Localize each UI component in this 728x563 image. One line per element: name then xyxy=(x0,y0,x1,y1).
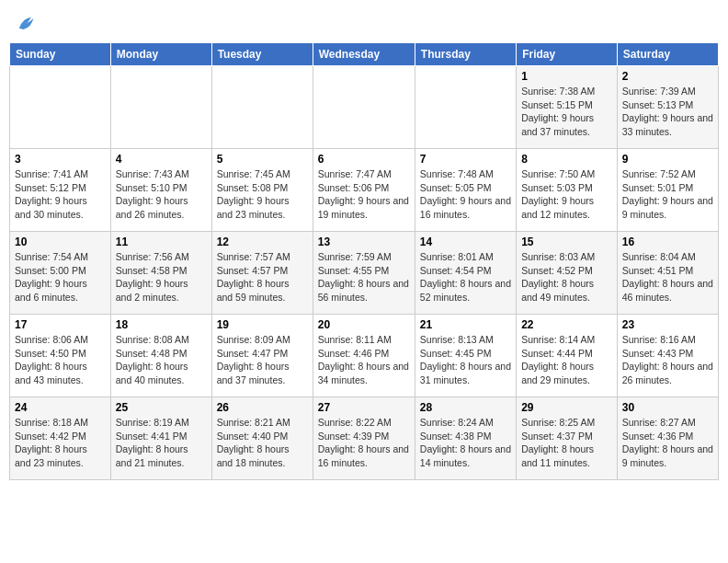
day-number: 29 xyxy=(521,401,612,414)
day-number: 14 xyxy=(420,236,511,248)
day-info: Sunrise: 8:06 AMSunset: 4:50 PMDaylight:… xyxy=(15,333,106,387)
day-cell: 6Sunrise: 7:47 AMSunset: 5:06 PMDaylight… xyxy=(313,149,415,232)
day-cell: 12Sunrise: 7:57 AMSunset: 4:57 PMDayligh… xyxy=(211,232,313,315)
day-number: 26 xyxy=(217,401,308,414)
day-info: Sunrise: 8:09 AMSunset: 4:47 PMDaylight:… xyxy=(217,333,308,387)
day-number: 2 xyxy=(622,70,713,83)
day-cell: 8Sunrise: 7:50 AMSunset: 5:03 PMDaylight… xyxy=(517,149,618,232)
day-cell xyxy=(211,66,313,149)
day-info: Sunrise: 7:59 AMSunset: 4:55 PMDaylight:… xyxy=(318,250,410,304)
day-cell: 5Sunrise: 7:45 AMSunset: 5:08 PMDaylight… xyxy=(211,149,313,232)
day-info: Sunrise: 8:27 AMSunset: 4:36 PMDaylight:… xyxy=(622,416,713,470)
day-number: 4 xyxy=(116,153,207,166)
header-row: SundayMondayTuesdayWednesdayThursdayFrid… xyxy=(10,43,719,66)
week-row-2: 3Sunrise: 7:41 AMSunset: 5:12 PMDaylight… xyxy=(10,149,719,232)
day-number: 12 xyxy=(217,236,308,248)
day-info: Sunrise: 7:56 AMSunset: 4:58 PMDaylight:… xyxy=(116,250,207,304)
header-day-wednesday: Wednesday xyxy=(313,43,415,66)
day-cell: 1Sunrise: 7:38 AMSunset: 5:15 PMDaylight… xyxy=(517,66,618,149)
day-number: 7 xyxy=(420,153,511,166)
day-cell: 26Sunrise: 8:21 AMSunset: 4:40 PMDayligh… xyxy=(211,397,313,480)
day-info: Sunrise: 7:54 AMSunset: 5:00 PMDaylight:… xyxy=(15,250,106,304)
day-info: Sunrise: 7:43 AMSunset: 5:10 PMDaylight:… xyxy=(116,167,207,222)
day-number: 27 xyxy=(318,401,410,414)
day-cell: 27Sunrise: 8:22 AMSunset: 4:39 PMDayligh… xyxy=(313,397,415,480)
day-number: 6 xyxy=(318,153,410,166)
day-info: Sunrise: 8:01 AMSunset: 4:54 PMDaylight:… xyxy=(420,250,511,304)
week-row-1: 1Sunrise: 7:38 AMSunset: 5:15 PMDaylight… xyxy=(10,66,719,149)
day-info: Sunrise: 8:14 AMSunset: 4:44 PMDaylight:… xyxy=(521,333,612,387)
day-cell: 2Sunrise: 7:39 AMSunset: 5:13 PMDaylight… xyxy=(617,66,718,149)
day-info: Sunrise: 8:16 AMSunset: 4:43 PMDaylight:… xyxy=(622,333,713,387)
day-cell: 17Sunrise: 8:06 AMSunset: 4:50 PMDayligh… xyxy=(10,315,111,397)
day-cell: 10Sunrise: 7:54 AMSunset: 5:00 PMDayligh… xyxy=(10,232,111,315)
logo xyxy=(13,13,37,35)
day-info: Sunrise: 7:39 AMSunset: 5:13 PMDaylight:… xyxy=(622,85,713,139)
day-cell: 15Sunrise: 8:03 AMSunset: 4:52 PMDayligh… xyxy=(517,232,618,315)
day-number: 28 xyxy=(420,401,511,414)
day-cell: 4Sunrise: 7:43 AMSunset: 5:10 PMDaylight… xyxy=(110,149,211,232)
header-day-sunday: Sunday xyxy=(10,43,111,66)
day-number: 16 xyxy=(622,236,713,248)
day-cell: 30Sunrise: 8:27 AMSunset: 4:36 PMDayligh… xyxy=(617,397,718,480)
day-info: Sunrise: 7:52 AMSunset: 5:01 PMDaylight:… xyxy=(622,167,713,222)
day-number: 18 xyxy=(116,318,207,331)
day-cell: 25Sunrise: 8:19 AMSunset: 4:41 PMDayligh… xyxy=(110,397,211,480)
day-number: 30 xyxy=(622,401,713,414)
header-day-saturday: Saturday xyxy=(617,43,718,66)
day-info: Sunrise: 7:48 AMSunset: 5:05 PMDaylight:… xyxy=(420,167,511,222)
day-info: Sunrise: 8:13 AMSunset: 4:45 PMDaylight:… xyxy=(420,333,511,387)
day-info: Sunrise: 8:19 AMSunset: 4:41 PMDaylight:… xyxy=(116,416,207,470)
calendar-table: SundayMondayTuesdayWednesdayThursdayFrid… xyxy=(9,42,719,480)
day-info: Sunrise: 7:45 AMSunset: 5:08 PMDaylight:… xyxy=(217,167,308,222)
day-cell xyxy=(313,66,415,149)
day-cell: 16Sunrise: 8:04 AMSunset: 4:51 PMDayligh… xyxy=(617,232,718,315)
day-info: Sunrise: 8:21 AMSunset: 4:40 PMDaylight:… xyxy=(217,416,308,470)
day-cell: 20Sunrise: 8:11 AMSunset: 4:46 PMDayligh… xyxy=(313,315,415,397)
day-number: 5 xyxy=(217,153,308,166)
day-number: 15 xyxy=(521,236,612,248)
day-info: Sunrise: 8:18 AMSunset: 4:42 PMDaylight:… xyxy=(15,416,106,470)
day-number: 11 xyxy=(116,236,207,248)
day-cell: 7Sunrise: 7:48 AMSunset: 5:05 PMDaylight… xyxy=(415,149,516,232)
day-info: Sunrise: 7:41 AMSunset: 5:12 PMDaylight:… xyxy=(15,167,106,222)
day-number: 19 xyxy=(217,318,308,331)
day-cell xyxy=(110,66,211,149)
week-row-5: 24Sunrise: 8:18 AMSunset: 4:42 PMDayligh… xyxy=(10,397,719,480)
week-row-3: 10Sunrise: 7:54 AMSunset: 5:00 PMDayligh… xyxy=(10,232,719,315)
day-number: 20 xyxy=(318,318,410,331)
day-cell: 22Sunrise: 8:14 AMSunset: 4:44 PMDayligh… xyxy=(517,315,618,397)
day-info: Sunrise: 8:11 AMSunset: 4:46 PMDaylight:… xyxy=(318,333,410,387)
day-cell: 11Sunrise: 7:56 AMSunset: 4:58 PMDayligh… xyxy=(110,232,211,315)
day-cell: 28Sunrise: 8:24 AMSunset: 4:38 PMDayligh… xyxy=(415,397,516,480)
week-row-4: 17Sunrise: 8:06 AMSunset: 4:50 PMDayligh… xyxy=(10,315,719,397)
day-cell: 19Sunrise: 8:09 AMSunset: 4:47 PMDayligh… xyxy=(211,315,313,397)
day-number: 23 xyxy=(622,318,713,331)
day-cell: 24Sunrise: 8:18 AMSunset: 4:42 PMDayligh… xyxy=(10,397,111,480)
day-number: 1 xyxy=(521,70,612,83)
logo-bird-icon xyxy=(15,13,37,35)
day-cell xyxy=(10,66,111,149)
header-day-friday: Friday xyxy=(517,43,618,66)
day-info: Sunrise: 7:38 AMSunset: 5:15 PMDaylight:… xyxy=(521,85,612,139)
day-cell: 29Sunrise: 8:25 AMSunset: 4:37 PMDayligh… xyxy=(517,397,618,480)
day-info: Sunrise: 8:08 AMSunset: 4:48 PMDaylight:… xyxy=(116,333,207,387)
day-info: Sunrise: 8:25 AMSunset: 4:37 PMDaylight:… xyxy=(521,416,612,470)
header-day-monday: Monday xyxy=(110,43,211,66)
day-cell: 18Sunrise: 8:08 AMSunset: 4:48 PMDayligh… xyxy=(110,315,211,397)
day-number: 25 xyxy=(116,401,207,414)
day-number: 3 xyxy=(15,153,106,166)
day-info: Sunrise: 7:47 AMSunset: 5:06 PMDaylight:… xyxy=(318,167,410,222)
day-cell: 23Sunrise: 8:16 AMSunset: 4:43 PMDayligh… xyxy=(617,315,718,397)
day-number: 8 xyxy=(521,153,612,166)
day-number: 9 xyxy=(622,153,713,166)
day-number: 13 xyxy=(318,236,410,248)
day-info: Sunrise: 7:50 AMSunset: 5:03 PMDaylight:… xyxy=(521,167,612,222)
header-day-thursday: Thursday xyxy=(415,43,516,66)
day-cell: 3Sunrise: 7:41 AMSunset: 5:12 PMDaylight… xyxy=(10,149,111,232)
day-info: Sunrise: 8:03 AMSunset: 4:52 PMDaylight:… xyxy=(521,250,612,304)
day-info: Sunrise: 8:04 AMSunset: 4:51 PMDaylight:… xyxy=(622,250,713,304)
header-day-tuesday: Tuesday xyxy=(211,43,313,66)
day-number: 22 xyxy=(521,318,612,331)
day-info: Sunrise: 8:24 AMSunset: 4:38 PMDaylight:… xyxy=(420,416,511,470)
